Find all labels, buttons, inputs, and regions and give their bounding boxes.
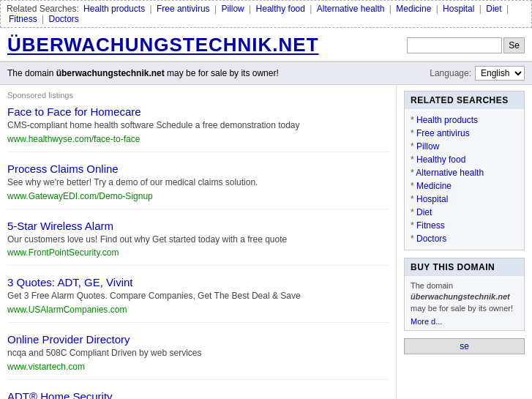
ad-title-5[interactable]: ADT® Home Security [7,390,389,399]
buy-domain-box: BUY THIS DOMAIN The domain überwachungst… [404,258,525,331]
buy-domain-title: BUY THIS DOMAIN [405,258,524,276]
top-link-6[interactable]: Hospital [443,4,474,14]
sponsored-label: Sponsored listings [7,91,389,100]
related-sidebar-link-5[interactable]: Medicine [411,179,518,193]
related-sidebar-link-2[interactable]: Pillow [411,140,518,153]
ad-title-1[interactable]: Process Claims Online [7,163,389,175]
related-sidebar-link-8[interactable]: Fitness [411,219,518,232]
ad-url-4[interactable]: www.vistartech.com [7,362,85,372]
ad-listing-3: 3 Quotes: ADT, GE, VivintGet 3 Free Alar… [7,276,389,323]
top-link-1[interactable]: Free antivirus [157,4,210,14]
top-link-7[interactable]: Diet [486,4,501,14]
ad-url-0[interactable]: www.healthwyse.com/face-to-face [7,134,140,144]
ad-listing-5: ADT® Home Security$35.99 ADT® Monitoring… [7,390,389,399]
ad-title-3[interactable]: 3 Quotes: ADT, GE, Vivint [7,276,389,288]
related-sidebar-link-1[interactable]: Free antivirus [411,127,518,140]
ad-title-2[interactable]: 5-Star Wireless Alarm [7,220,389,232]
related-sidebar-link-7[interactable]: Diet [411,206,518,219]
site-header: ÜBERWACHUNGSTECHNIK.NET Se [0,28,532,61]
right-sidebar: RELATED SEARCHES Health productsFree ant… [397,85,532,399]
ad-desc-2: Our customers love us! Find out why Get … [7,234,389,246]
top-link-3[interactable]: Healthy food [256,4,305,14]
domain-notice: The domain überwachungstechnik.net may b… [7,68,279,78]
ad-listing-1: Process Claims OnlineSee why we're bette… [7,163,389,209]
top-link-8[interactable]: Fitness [9,14,37,24]
ad-listing-4: Online Provider Directoryncqa and 508C C… [7,333,389,380]
ad-url-1[interactable]: www.GatewayEDI.com/Demo-Signup [7,191,153,201]
search-input[interactable] [407,37,502,53]
ads-container: Face to Face for HomecareCMS-compliant h… [7,105,389,399]
ad-desc-4: ncqa and 508C Compliant Driven by web se… [7,347,389,359]
related-sidebar-link-9[interactable]: Doctors [411,232,518,245]
related-sidebar-link-0[interactable]: Health products [411,113,518,127]
buy-domain-text: The domain überwachungstechnik.net may b… [411,280,518,314]
top-related-bar: Related Searches: Health products | Free… [0,0,532,28]
buy-domain-name: überwachungstechnik.net [411,292,510,301]
ad-listing-0: Face to Face for HomecareCMS-compliant h… [7,105,389,152]
related-sidebar-link-3[interactable]: Healthy food [411,153,518,166]
notice-text1: The domain [7,68,56,78]
ad-listing-2: 5-Star Wireless AlarmOur customers love … [7,220,389,266]
ad-title-0[interactable]: Face to Face for Homecare [7,105,389,118]
buy-text1: The domain [411,281,453,290]
buy-domain-content: The domain überwachungstechnik.net may b… [405,276,524,330]
top-links-container: Health products | Free antivirus | Pillo… [7,4,509,24]
more-details-link[interactable]: More d... [411,317,518,326]
ad-title-4[interactable]: Online Provider Directory [7,333,389,346]
main-layout: Sponsored listings Face to Face for Home… [0,85,532,399]
site-title: ÜBERWACHUNGSTECHNIK.NET [7,34,319,56]
ad-desc-0: CMS-compliant home health software Sched… [7,119,389,132]
top-link-2[interactable]: Pillow [221,4,244,14]
left-content: Sponsored listings Face to Face for Home… [0,85,397,399]
related-searches-title: RELATED SEARCHES [405,92,524,109]
ad-url-3[interactable]: www.USAlarmCompanies.com [7,305,127,315]
se-button[interactable]: se [404,338,525,354]
top-link-4[interactable]: Alternative health [317,4,385,14]
top-link-0[interactable]: Health products [83,4,145,14]
language-select[interactable]: English [475,66,525,81]
top-link-5[interactable]: Medicine [396,4,431,14]
ad-url-2[interactable]: www.FrontPointSecurity.com [7,247,119,258]
language-label: Language: [430,68,471,78]
search-button[interactable]: Se [503,37,525,53]
notice-domain: überwachungstechnik.net [56,68,165,78]
buy-text2: may be for sale by its owner! [411,304,513,313]
language-area: Language: English [430,66,525,81]
notice-text2: may be for sale by its owner! [165,68,279,78]
related-sidebar-link-4[interactable]: Alternative health [411,166,518,179]
related-label: Related Searches: [7,4,79,14]
related-searches-box: RELATED SEARCHES Health productsFree ant… [404,91,525,250]
notice-bar: The domain überwachungstechnik.net may b… [0,61,532,85]
ad-desc-1: See why we're better! Try a demo of our … [7,176,389,189]
top-link-9[interactable]: Doctors [48,14,78,24]
related-links-content: Health productsFree antivirusPillowHealt… [405,109,524,250]
related-sidebar-link-6[interactable]: Hospital [411,193,518,206]
ad-desc-3: Get 3 Free Alarm Quotes. Compare Compani… [7,290,389,302]
search-area: Se [407,37,525,53]
